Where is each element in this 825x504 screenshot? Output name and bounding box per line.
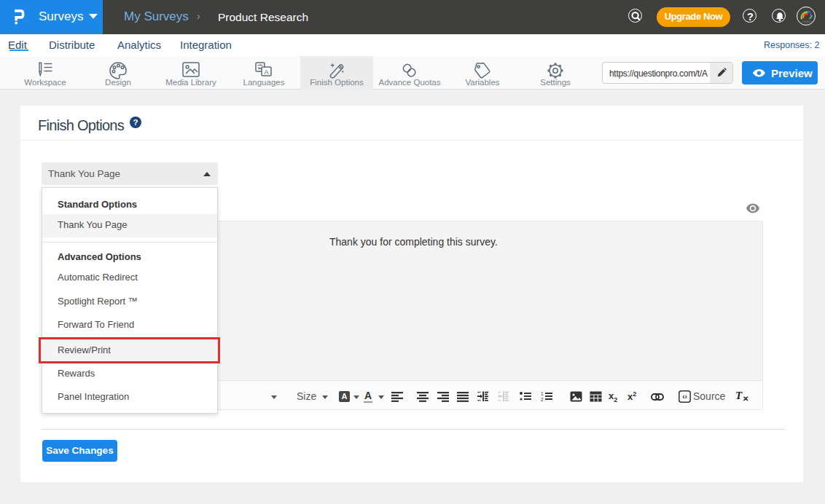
- svg-text:A: A: [264, 68, 268, 76]
- svg-text:‹›: ‹›: [682, 393, 687, 401]
- svg-text:2: 2: [541, 397, 544, 402]
- svg-text:1: 1: [541, 391, 544, 396]
